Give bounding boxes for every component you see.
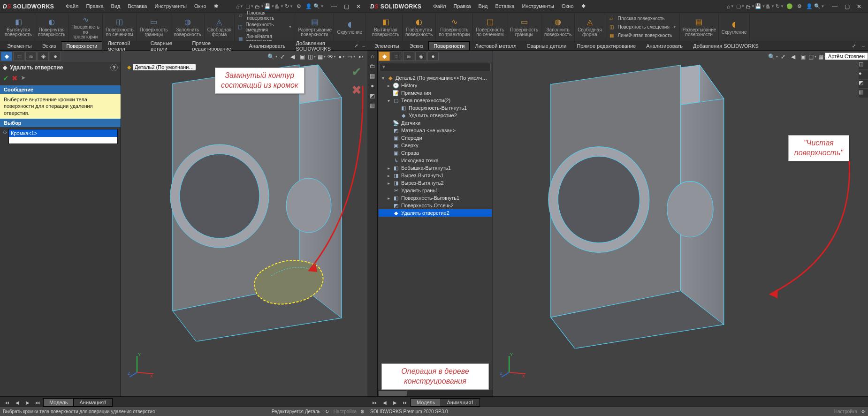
ribbon-swept-surface[interactable]: ∿Поверхностьпо траектории — [436, 13, 473, 41]
appearance-icon[interactable]: ● — [337, 53, 346, 61]
tab-close-icon[interactable]: – — [360, 41, 367, 50]
menu-window[interactable]: Окно — [191, 2, 210, 11]
tab-weldments[interactable]: Сварные детали — [522, 41, 572, 50]
ribbon-flatten-surface[interactable]: ▤Развертываниеповерхности — [295, 13, 334, 41]
tree-item[interactable]: ▾▢Тела поверхности(2) — [379, 97, 492, 104]
ribbon-flatten-surface[interactable]: ▤Развертываниеповерхности — [680, 13, 719, 41]
bottom-tab-model[interactable]: Модель — [43, 398, 74, 407]
fm-tab-appearance-icon[interactable]: ● — [427, 52, 439, 61]
ribbon-extruded-surface[interactable]: ◧Вытянутаяповерхность — [2, 13, 35, 41]
pm-tab-tree-icon[interactable]: ≣ — [13, 52, 24, 61]
ribbon-planar-surface[interactable]: ▱Плоская поверхность — [608, 15, 677, 23]
tab-first-icon[interactable]: ⏮ — [369, 398, 380, 407]
taskpane-app-icon[interactable]: ● — [859, 70, 868, 79]
taskpane-appearance-icon[interactable]: ● — [367, 81, 377, 91]
close-button[interactable]: ✕ — [853, 2, 865, 11]
ribbon-revolved-surface[interactable]: ◐Повернутаяповерхность — [35, 13, 69, 41]
options-icon[interactable]: ⚙ — [294, 2, 304, 11]
tab-analyze[interactable]: Анализировать — [244, 41, 291, 50]
selection-list[interactable]: Кромка<1> — [8, 129, 118, 144]
maximize-button[interactable]: ▢ — [340, 2, 352, 11]
status-customize[interactable]: Настройка — [334, 409, 357, 414]
hud-accept-icon[interactable]: ✔ — [351, 65, 362, 79]
ribbon-ruled-surface[interactable]: ▦Линейчатая поверхность — [608, 31, 677, 39]
tree-item[interactable]: 📝Примечания — [379, 89, 492, 97]
display-style-icon[interactable]: ▦ — [318, 53, 326, 61]
print-icon[interactable]: 🖶▼ — [765, 2, 775, 11]
tab-expand-icon[interactable]: ⤢ — [849, 41, 859, 50]
status-gear-icon[interactable]: ⚙ — [360, 409, 365, 414]
heads-up-feature-tree[interactable]: ▸ ◆ Деталь2 (По умолчани… — [123, 64, 196, 70]
render-icon[interactable]: ▪ — [357, 53, 365, 61]
ribbon-lofted-surface[interactable]: ◫Поверхностьпо сечениям — [103, 13, 137, 41]
user-icon[interactable]: 👤 — [304, 2, 313, 11]
tree-item[interactable]: 📡Датчики — [379, 119, 492, 127]
tree-item[interactable]: ↳Исходная точка — [379, 157, 492, 164]
tab-sketch[interactable]: Эскиз — [37, 41, 61, 50]
fm-tab-tree-icon[interactable]: ≣ — [391, 52, 402, 61]
reject-button[interactable]: ✖ — [12, 74, 18, 83]
tree-root[interactable]: ▾◆Деталь2 (По умолчанию<<По умолчанию>_С… — [379, 74, 492, 82]
ribbon-boundary-surface[interactable]: ▭Поверхностьграницы — [137, 13, 171, 41]
accept-button[interactable]: ✔ — [3, 74, 9, 83]
tree-item[interactable]: ◆Удалить отверстие2 — [379, 112, 492, 119]
file-new-icon[interactable]: ▢▼ — [736, 2, 745, 11]
scene-icon[interactable]: ▭ — [347, 53, 356, 61]
ribbon-extruded-surface[interactable]: ◧Вытянутаяповерхность — [369, 13, 403, 41]
menu-insert[interactable]: Вставка — [492, 2, 518, 11]
menu-file[interactable]: Файл — [62, 2, 82, 11]
taskpane-library-icon[interactable]: ▥ — [367, 101, 377, 110]
menu-insert[interactable]: Вставка — [124, 2, 150, 11]
bottom-tab-animation[interactable]: Анимация1 — [441, 398, 480, 407]
bottom-tab-animation[interactable]: Анимация1 — [73, 398, 113, 407]
status-customize[interactable]: Настройка — [834, 409, 857, 414]
user-icon[interactable]: 👤 — [805, 2, 814, 11]
taskpane-tag-icon[interactable]: ◫ — [859, 61, 868, 69]
tab-addins[interactable]: Добавления SOLIDWORKS — [290, 41, 352, 50]
ribbon-offset-surface[interactable]: ◫Поверхность смещения▼ — [608, 23, 677, 31]
tab-direct-edit[interactable]: Прямое редактирование — [187, 41, 244, 50]
tree-item[interactable]: ▣Сверху — [379, 142, 492, 149]
section-view-icon[interactable]: ▣ — [298, 53, 306, 61]
pm-tab-appearance-icon[interactable]: ● — [50, 52, 61, 61]
tab-last-icon[interactable]: ⏭ — [400, 398, 411, 407]
menu-tools[interactable]: Инструменты — [151, 2, 190, 11]
taskpane-home-icon[interactable]: ⌂ — [367, 52, 377, 61]
menu-more-icon[interactable]: ✱ — [578, 2, 589, 11]
tab-next-icon[interactable]: ▶ — [23, 398, 33, 407]
folder-open-icon[interactable]: 🗁▼ — [746, 2, 755, 11]
tree-item[interactable]: ▸◧Бобышка-Вытянуть1 — [379, 164, 492, 172]
taskpane-props-icon[interactable]: ◩ — [367, 91, 377, 100]
tab-direct-edit[interactable]: Прямое редактирование — [571, 41, 641, 50]
tree-item[interactable]: ✂Удалить грань1 — [379, 187, 492, 194]
pm-tab-dim-icon[interactable]: ◈ — [38, 52, 49, 61]
ribbon-swept-surface[interactable]: ∿Поверхностьпо траектории — [69, 13, 103, 41]
tab-last-icon[interactable]: ⏭ — [33, 398, 43, 407]
minimize-button[interactable]: — — [328, 2, 340, 11]
status-gear-icon[interactable]: ⚙ — [861, 409, 865, 414]
taskpane-file-icon[interactable]: 🗀 — [367, 61, 377, 71]
maximize-button[interactable]: ▢ — [841, 2, 853, 11]
tab-analyze[interactable]: Анализировать — [641, 41, 688, 50]
tree-item[interactable]: ◩Поверхность-Отсечь2 — [379, 202, 492, 209]
ribbon-lofted-surface[interactable]: ◫Поверхностьпо сечениям — [473, 13, 507, 41]
selection-item[interactable]: Кромка<1> — [9, 129, 117, 137]
tab-prev-icon[interactable]: ◀ — [380, 398, 390, 407]
close-button[interactable]: ✕ — [352, 2, 365, 11]
save-icon[interactable]: 💾▼ — [755, 2, 765, 11]
search-icon[interactable]: 🔍▼ — [314, 2, 323, 11]
graphics-viewport[interactable]: Y X Z ⌂ ◫ ● ◩ ▥ Артём Стовпен "Чистаяпов… — [493, 51, 868, 396]
taskpane-lib-icon[interactable]: ▥ — [859, 89, 868, 98]
tree-item[interactable]: ◧Поверхность-Вытянуть1 — [379, 104, 492, 112]
tree-item[interactable]: ▣Справа — [379, 149, 492, 157]
traffic-icon[interactable]: 🟢 — [785, 2, 794, 11]
tab-next-icon[interactable]: ▶ — [390, 398, 400, 407]
menu-more-icon[interactable]: ✱ — [211, 2, 221, 11]
zoom-fit-icon[interactable]: 🔍 — [769, 53, 777, 61]
tab-sketch[interactable]: Эскиз — [404, 41, 428, 50]
ribbon-fillet[interactable]: ◖Скругление — [719, 13, 750, 41]
tree-item[interactable]: ◆Удалить отверстие2 — [379, 209, 492, 217]
zoom-area-icon[interactable]: ⤢ — [278, 53, 287, 61]
help-icon[interactable]: ? — [110, 64, 118, 71]
home-icon[interactable]: ⌂▼ — [726, 2, 735, 11]
